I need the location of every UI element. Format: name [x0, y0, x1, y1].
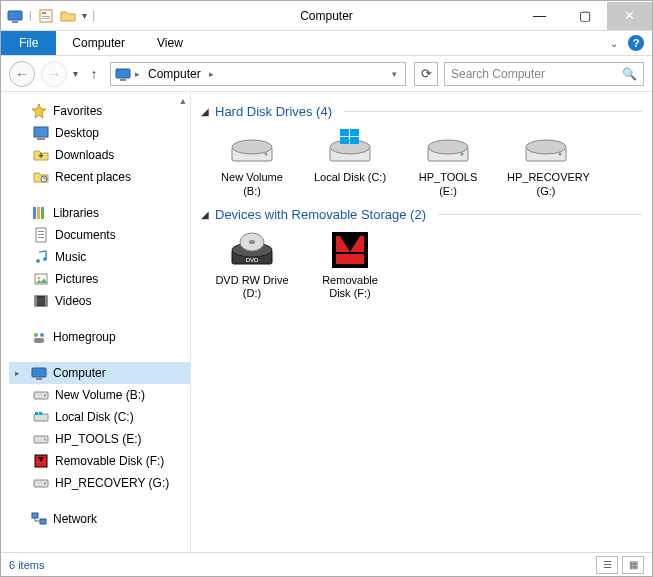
libraries-root[interactable]: Libraries [9, 202, 190, 224]
qat-dropdown-icon[interactable]: ▾ [82, 10, 87, 21]
svg-point-46 [265, 153, 268, 156]
svg-rect-13 [37, 207, 40, 219]
scroll-up-icon[interactable]: ▲ [178, 96, 188, 106]
svg-rect-9 [34, 127, 48, 137]
svg-rect-16 [38, 231, 44, 232]
breadcrumb-sep[interactable]: ▸ [209, 69, 214, 79]
history-dropdown-icon[interactable]: ▾ [73, 68, 78, 79]
star-icon [31, 103, 47, 119]
maximize-button[interactable]: ▢ [562, 2, 607, 30]
favorites-root[interactable]: Favorites [9, 100, 190, 122]
homegroup-root[interactable]: Homegroup [9, 326, 190, 348]
desktop-icon [33, 125, 49, 141]
sidebar-item-hprecovery[interactable]: HP_RECOVERY (G:) [9, 472, 190, 494]
breadcrumb-sep[interactable]: ▸ [135, 69, 140, 79]
back-button[interactable]: ← [9, 61, 35, 87]
sidebar-item-pictures[interactable]: Pictures [9, 268, 190, 290]
icons-view-button[interactable]: ▦ [622, 556, 644, 574]
svg-rect-10 [37, 138, 45, 140]
drive-item[interactable]: New Volume (B:) [213, 127, 291, 199]
address-bar[interactable]: ▸ Computer ▸ ▾ [110, 62, 406, 86]
quick-access-toolbar: | ▾ | [1, 8, 101, 24]
address-dropdown-icon[interactable]: ▾ [388, 69, 401, 79]
svg-point-45 [232, 140, 272, 154]
expander-icon[interactable]: ▸ [15, 368, 25, 378]
computer-label: Computer [53, 366, 106, 380]
removable-icon [33, 453, 49, 469]
dvd-icon: DVD [228, 230, 276, 270]
svg-rect-14 [41, 207, 44, 219]
group-header-hdd[interactable]: ◢ Hard Disk Drives (4) [201, 104, 642, 119]
tab-view[interactable]: View [141, 31, 199, 55]
libraries-icon [31, 205, 47, 221]
hdd-icon [522, 127, 570, 167]
svg-rect-7 [120, 79, 126, 81]
properties-icon[interactable] [38, 8, 54, 24]
sidebar-item-newvolume[interactable]: New Volume (B:) [9, 384, 190, 406]
breadcrumb-computer[interactable]: Computer [144, 67, 205, 81]
svg-point-57 [526, 140, 566, 154]
svg-rect-18 [38, 237, 44, 238]
svg-marker-8 [32, 104, 46, 118]
svg-rect-33 [34, 414, 48, 421]
drive-icon [33, 387, 49, 403]
drive-item[interactable]: Removable Disk (F:) [311, 230, 389, 302]
window-buttons: — ▢ ✕ [517, 2, 652, 30]
svg-rect-4 [42, 16, 50, 17]
search-box[interactable]: Search Computer 🔍 [444, 62, 644, 86]
up-button[interactable]: ↑ [84, 64, 104, 84]
window-title: Computer [300, 9, 353, 23]
sidebar-item-removable[interactable]: Removable Disk (F:) [9, 450, 190, 472]
computer-icon [115, 66, 131, 82]
drive-item[interactable]: HP_TOOLS (E:) [409, 127, 487, 199]
file-tab[interactable]: File [1, 31, 56, 55]
group-title: Hard Disk Drives (4) [215, 104, 332, 119]
search-icon: 🔍 [622, 67, 637, 81]
collapse-icon[interactable]: ◢ [201, 209, 209, 220]
svg-rect-67 [336, 254, 364, 264]
ribbon-expand-icon[interactable]: ⌄ [610, 38, 618, 49]
sidebar-item-downloads[interactable]: Downloads [9, 144, 190, 166]
drive-win-icon [33, 409, 49, 425]
drive-item[interactable]: DVD DVD RW Drive (D:) [213, 230, 291, 302]
sidebar-item-desktop[interactable]: Desktop [9, 122, 190, 144]
sidebar-item-recent[interactable]: Recent places [9, 166, 190, 188]
favorites-group: Favorites Desktop Downloads Recent place… [9, 100, 190, 188]
collapse-icon[interactable]: ◢ [201, 106, 209, 117]
svg-rect-3 [42, 12, 46, 14]
details-view-button[interactable]: ☰ [596, 556, 618, 574]
help-icon[interactable]: ? [628, 35, 644, 51]
videos-icon [33, 293, 49, 309]
refresh-button[interactable]: ⟳ [414, 62, 438, 86]
sidebar-item-documents[interactable]: Documents [9, 224, 190, 246]
svg-rect-1 [12, 21, 18, 23]
sidebar-item-videos[interactable]: Videos [9, 290, 190, 312]
close-button[interactable]: ✕ [607, 2, 652, 30]
computer-icon [31, 365, 47, 381]
drive-item[interactable]: HP_RECOVERY (G:) [507, 127, 585, 199]
svg-rect-52 [350, 137, 359, 144]
svg-point-27 [40, 333, 44, 337]
svg-rect-29 [32, 368, 46, 377]
computer-root[interactable]: ▸ Computer [9, 362, 190, 384]
forward-button[interactable]: → [41, 61, 67, 87]
svg-point-58 [559, 153, 562, 156]
title-bar: | ▾ | Computer — ▢ ✕ [1, 1, 652, 31]
hdd-win-icon [326, 127, 374, 167]
body: ▲ Favorites Desktop Downloads Recent pla… [1, 92, 652, 552]
svg-rect-5 [42, 18, 50, 19]
svg-rect-25 [45, 296, 47, 306]
new-folder-icon[interactable] [60, 8, 76, 24]
svg-point-37 [44, 439, 46, 441]
tab-computer[interactable]: Computer [56, 31, 141, 55]
minimize-button[interactable]: — [517, 2, 562, 30]
favorites-label: Favorites [53, 104, 102, 118]
sidebar-item-music[interactable]: Music [9, 246, 190, 268]
sidebar-item-hptools[interactable]: HP_TOOLS (E:) [9, 428, 190, 450]
sidebar-item-localdisk[interactable]: Local Disk (C:) [9, 406, 190, 428]
network-root[interactable]: Network [9, 508, 190, 530]
drive-item[interactable]: Local Disk (C:) [311, 127, 389, 199]
recent-icon [33, 169, 49, 185]
svg-rect-28 [34, 338, 44, 343]
group-header-removable[interactable]: ◢ Devices with Removable Storage (2) [201, 207, 642, 222]
